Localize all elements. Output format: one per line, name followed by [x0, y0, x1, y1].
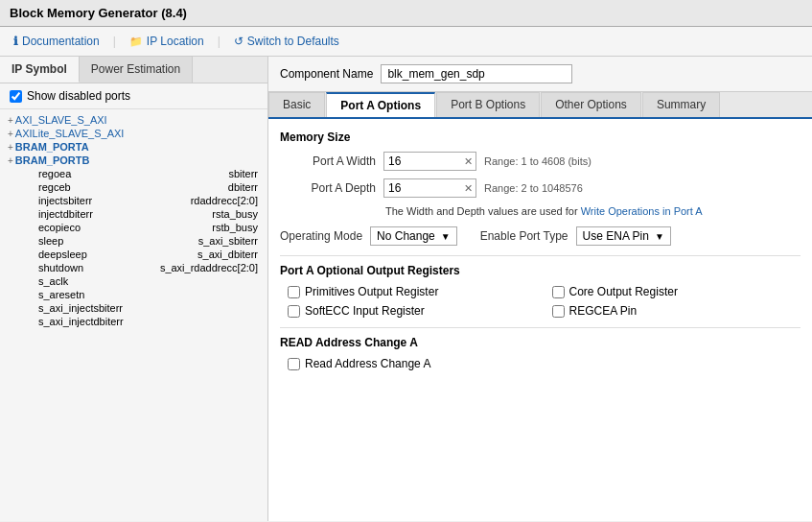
tree-node-axi-slave[interactable]: + AXI_SLAVE_S_AXI: [4, 113, 264, 127]
regcea-pin-checkbox-item: REGCEA Pin: [552, 304, 801, 318]
component-name-label: Component Name: [280, 67, 373, 81]
port-a-depth-input[interactable]: [384, 179, 461, 197]
port-a-width-input[interactable]: [384, 153, 461, 170]
left-panel: IP Symbol Power Estimation Show disabled…: [0, 57, 268, 521]
enable-port-type-label: Enable Port Type: [480, 229, 568, 243]
softecc-input-checkbox-item: SoftECC Input Register: [288, 304, 537, 318]
bram-porta-label: BRAM_PORTA: [15, 141, 89, 153]
port-a-width-clear-button[interactable]: ✕: [461, 154, 476, 169]
expand-icon: +: [8, 129, 13, 139]
write-ops-link[interactable]: Write Operations in Port A: [581, 205, 703, 217]
main-content: IP Symbol Power Estimation Show disabled…: [0, 57, 812, 521]
expand-icon: +: [8, 115, 13, 126]
port-row: s_axi_injectdbiterr: [4, 315, 264, 328]
read-address-label: Read Address Change A: [305, 357, 430, 370]
expand-icon: +: [8, 155, 13, 166]
port-row: shutdowns_axi_rdaddrecc[2:0]: [4, 261, 264, 274]
refresh-icon: ↺: [234, 35, 244, 48]
port-a-width-input-wrap: ✕: [383, 152, 476, 171]
enable-port-type-value: Use ENA Pin: [583, 229, 649, 243]
port-a-width-range: Range: 1 to 4608 (bits): [484, 155, 592, 167]
axi-slave-label: AXI_SLAVE_S_AXI: [15, 114, 107, 126]
chevron-down-icon: ▼: [655, 231, 664, 242]
operating-mode-label: Operating Mode: [280, 229, 362, 243]
port-a-depth-clear-button[interactable]: ✕: [461, 181, 476, 196]
left-tabs: IP Symbol Power Estimation: [0, 57, 267, 83]
optional-output-checkboxes: Primitives Output Register Core Output R…: [288, 285, 800, 318]
read-address-title: READ Address Change A: [280, 336, 800, 349]
window-title: Block Memory Generator (8.4): [0, 0, 812, 27]
tab-basic[interactable]: Basic: [268, 92, 325, 117]
info-text: The Width and Depth values are used for …: [385, 205, 800, 217]
read-address-checkbox-item: Read Address Change A: [288, 357, 800, 370]
operating-mode-select[interactable]: No Change ▼: [370, 226, 457, 246]
location-icon: 📁: [129, 36, 143, 48]
tab-port-b-options[interactable]: Port B Options: [436, 92, 540, 117]
core-output-checkbox-item: Core Output Register: [552, 285, 801, 298]
info-icon: ℹ: [13, 35, 18, 48]
softecc-input-label: SoftECC Input Register: [305, 304, 425, 318]
port-a-depth-row: Port A Depth ✕ Range: 2 to 1048576: [280, 178, 800, 198]
port-row: deepsleeps_axi_dbiterr: [4, 248, 264, 261]
show-disabled-row: Show disabled ports: [0, 83, 267, 109]
port-a-width-label: Port A Width: [280, 154, 376, 168]
port-row: s_aresetn: [4, 288, 264, 301]
port-a-depth-input-wrap: ✕: [383, 178, 476, 198]
read-address-checkbox[interactable]: [288, 358, 300, 370]
port-row: injectsbiterrrdaddrecc[2:0]: [4, 194, 264, 207]
operating-mode-row: Operating Mode No Change ▼ Enable Port T…: [280, 226, 800, 246]
operating-mode-value: No Change: [377, 229, 435, 243]
tab-content-port-a: Memory Size Port A Width ✕ Range: 1 to 4…: [268, 119, 812, 521]
right-tabs: Basic Port A Options Port B Options Othe…: [268, 92, 812, 119]
enable-port-type-select[interactable]: Use ENA Pin ▼: [576, 226, 671, 246]
documentation-button[interactable]: ℹ Documentation: [10, 33, 104, 50]
read-address-section: READ Address Change A Read Address Chang…: [280, 336, 800, 370]
memory-size-title: Memory Size: [280, 130, 800, 144]
right-panel: Component Name Basic Port A Options Port…: [268, 57, 812, 521]
tab-ip-symbol[interactable]: IP Symbol: [0, 57, 80, 83]
port-a-depth-range: Range: 2 to 1048576: [484, 182, 583, 194]
tree-node-axilite-slave[interactable]: + AXILite_SLAVE_S_AXI: [4, 127, 264, 140]
toolbar: ℹ Documentation | 📁 IP Location | ↺ Swit…: [0, 27, 812, 57]
port-row: injectdbiterrrsta_busy: [4, 207, 264, 221]
primitives-output-checkbox-item: Primitives Output Register: [288, 285, 537, 298]
port-row: regoeasbiterr: [4, 167, 264, 180]
ip-location-button[interactable]: 📁 IP Location: [126, 33, 208, 50]
axilite-slave-label: AXILite_SLAVE_S_AXI: [15, 128, 125, 139]
port-row: sleeps_axi_sbiterr: [4, 234, 264, 248]
core-output-label: Core Output Register: [569, 285, 678, 298]
tab-other-options[interactable]: Other Options: [541, 92, 641, 117]
port-row: s_axi_injectsbiterr: [4, 301, 264, 315]
port-row: ecopiecorstb_busy: [4, 221, 264, 234]
switch-defaults-button[interactable]: ↺ Switch to Defaults: [230, 33, 343, 50]
tab-port-a-options[interactable]: Port A Options: [326, 92, 435, 117]
primitives-output-checkbox[interactable]: [288, 286, 300, 298]
port-a-depth-label: Port A Depth: [280, 181, 376, 195]
port-row: regcebdbiterr: [4, 180, 264, 194]
regcea-pin-label: REGCEA Pin: [569, 304, 638, 318]
tree-area: + AXI_SLAVE_S_AXI + AXILite_SLAVE_S_AXI …: [0, 109, 267, 521]
core-output-checkbox[interactable]: [552, 286, 565, 298]
component-name-input[interactable]: [381, 64, 572, 83]
tree-node-bram-portb[interactable]: + BRAM_PORTB: [4, 154, 264, 167]
tab-power-estimation[interactable]: Power Estimation: [80, 57, 193, 83]
tab-summary[interactable]: Summary: [642, 92, 720, 117]
primitives-output-label: Primitives Output Register: [305, 285, 438, 298]
chevron-down-icon: ▼: [441, 231, 451, 242]
tree-node-bram-porta[interactable]: + BRAM_PORTA: [4, 140, 264, 154]
softecc-input-checkbox[interactable]: [288, 305, 300, 318]
optional-output-title: Port A Optional Output Registers: [280, 264, 800, 277]
port-a-width-row: Port A Width ✕ Range: 1 to 4608 (bits): [280, 152, 800, 171]
show-disabled-checkbox[interactable]: [10, 90, 22, 103]
regcea-pin-checkbox[interactable]: [552, 305, 565, 318]
component-name-bar: Component Name: [268, 57, 812, 92]
port-row: s_aclk: [4, 274, 264, 288]
bram-portb-label: BRAM_PORTB: [15, 154, 90, 166]
expand-icon: +: [8, 142, 13, 153]
